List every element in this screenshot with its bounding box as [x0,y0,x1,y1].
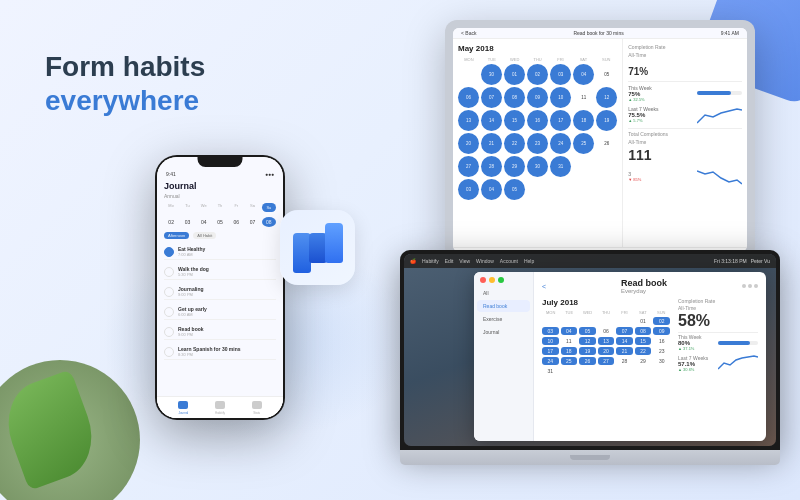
habit-circle-0[interactable] [164,247,174,257]
mac-cal-cell-10[interactable]: 06 [598,327,615,335]
ipad-cal-cell-4[interactable]: 03 [550,64,571,85]
mac-cal-cell-22[interactable]: 18 [561,347,578,355]
date-04[interactable]: 04 [197,217,211,227]
mac-cal-cell-9[interactable]: 05 [579,327,596,335]
mac-cal-cell-13[interactable]: 09 [653,327,670,335]
ipad-cal-cell-8[interactable]: 07 [481,87,502,108]
ipad-cal-cell-21[interactable]: 20 [458,133,479,154]
menu-account[interactable]: Account [500,258,518,264]
ipad-back-button[interactable]: < Back [461,30,476,36]
ipad-cal-cell-5[interactable]: 04 [573,64,594,85]
mac-cal-cell-25[interactable]: 21 [616,347,633,355]
date-03[interactable]: 03 [180,217,194,227]
ipad-cal-cell-6[interactable]: 05 [596,64,617,85]
menu-apple[interactable]: 🍎 [410,258,416,264]
date-08[interactable]: 08 [262,217,276,227]
ipad-cal-cell-9[interactable]: 08 [504,87,525,108]
sidebar-journal[interactable]: Journal [477,326,530,338]
mac-more-options[interactable] [742,284,758,288]
traffic-green[interactable] [498,277,504,283]
ipad-cal-cell-31[interactable]: 30 [527,156,548,177]
ipad-cal-cell-18[interactable]: 17 [550,110,571,131]
menu-help[interactable]: Help [524,258,534,264]
menu-habitify[interactable]: Habitify [422,258,439,264]
mac-cal-cell-19[interactable]: 15 [635,337,652,345]
mac-cal-cell-23[interactable]: 19 [579,347,596,355]
tab-statistics[interactable]: Stats [250,401,264,415]
mac-cal-cell-27[interactable]: 23 [653,347,670,355]
mac-cal-cell-8[interactable]: 04 [561,327,578,335]
ipad-cal-cell-12[interactable]: 11 [573,87,594,108]
ipad-cal-cell-27[interactable]: 26 [596,133,617,154]
ipad-cal-cell-17[interactable]: 16 [527,110,548,131]
filter-all[interactable]: All Habit [193,232,216,239]
ipad-cal-cell-36[interactable]: 04 [481,179,502,200]
ipad-cal-cell-35[interactable]: 03 [458,179,479,200]
mac-cal-cell-21[interactable]: 17 [542,347,559,355]
mac-back-button[interactable]: < [542,283,546,290]
ipad-cal-cell-24[interactable]: 23 [527,133,548,154]
ipad-cal-cell-2[interactable]: 01 [504,64,525,85]
filter-afternoon[interactable]: Afternoon [164,232,189,239]
date-05[interactable]: 05 [213,217,227,227]
mac-cal-cell-7[interactable]: 03 [542,327,559,335]
mac-cal-cell-11[interactable]: 07 [616,327,633,335]
mac-cal-cell-35[interactable]: 31 [542,367,559,375]
mac-cal-cell-33[interactable]: 29 [635,357,652,365]
mac-cal-cell-20[interactable]: 16 [653,337,670,345]
menu-view[interactable]: View [459,258,470,264]
ipad-cal-cell-30[interactable]: 29 [504,156,525,177]
mac-cal-cell-6[interactable]: 02 [653,317,670,325]
sidebar-exercise[interactable]: Exercise [477,313,530,325]
ipad-cal-cell-10[interactable]: 09 [527,87,548,108]
habit-circle-3[interactable] [164,307,174,317]
mac-cal-cell-15[interactable]: 11 [561,337,578,345]
ipad-cal-cell-22[interactable]: 21 [481,133,502,154]
ipad-cal-cell-32[interactable]: 31 [550,156,571,177]
habit-circle-1[interactable] [164,267,174,277]
traffic-yellow[interactable] [489,277,495,283]
mac-cal-cell-17[interactable]: 13 [598,337,615,345]
sidebar-read-book[interactable]: Read book [477,300,530,312]
menu-window[interactable]: Window [476,258,494,264]
ipad-cal-cell-29[interactable]: 28 [481,156,502,177]
mac-cal-cell-18[interactable]: 14 [616,337,633,345]
ipad-cal-cell-28[interactable]: 27 [458,156,479,177]
mac-cal-cell-28[interactable]: 24 [542,357,559,365]
mac-cal-cell-5[interactable]: 01 [635,317,652,325]
tab-journal[interactable]: Journal [176,401,190,415]
mac-cal-cell-31[interactable]: 27 [598,357,615,365]
date-02[interactable]: 02 [164,217,178,227]
mac-cal-cell-14[interactable]: 10 [542,337,559,345]
ipad-cal-cell-37[interactable]: 05 [504,179,525,200]
mac-cal-cell-24[interactable]: 20 [598,347,615,355]
ipad-cal-cell-1[interactable]: 30 [481,64,502,85]
ipad-cal-cell-16[interactable]: 15 [504,110,525,131]
ipad-cal-cell-19[interactable]: 18 [573,110,594,131]
mac-cal-cell-26[interactable]: 22 [635,347,652,355]
date-07[interactable]: 07 [245,217,259,227]
mac-cal-cell-32[interactable]: 28 [616,357,633,365]
sidebar-all-habits[interactable]: All [477,287,530,299]
mac-cal-cell-16[interactable]: 12 [579,337,596,345]
ipad-cal-cell-25[interactable]: 24 [550,133,571,154]
mac-cal-cell-30[interactable]: 26 [579,357,596,365]
menu-edit[interactable]: Edit [445,258,454,264]
ipad-cal-cell-13[interactable]: 12 [596,87,617,108]
habit-circle-4[interactable] [164,327,174,337]
mac-cal-cell-29[interactable]: 25 [561,357,578,365]
ipad-cal-cell-26[interactable]: 25 [573,133,594,154]
date-06[interactable]: 06 [229,217,243,227]
habit-circle-5[interactable] [164,347,174,357]
ipad-cal-cell-14[interactable]: 13 [458,110,479,131]
ipad-cal-cell-11[interactable]: 10 [550,87,571,108]
traffic-red[interactable] [480,277,486,283]
ipad-cal-cell-15[interactable]: 14 [481,110,502,131]
tab-habitify[interactable]: Habitify [213,401,227,415]
mac-cal-cell-34[interactable]: 30 [653,357,670,365]
ipad-cal-cell-23[interactable]: 22 [504,133,525,154]
ipad-cal-cell-7[interactable]: 06 [458,87,479,108]
ipad-cal-cell-20[interactable]: 19 [596,110,617,131]
habit-circle-2[interactable] [164,287,174,297]
mac-cal-cell-12[interactable]: 08 [635,327,652,335]
